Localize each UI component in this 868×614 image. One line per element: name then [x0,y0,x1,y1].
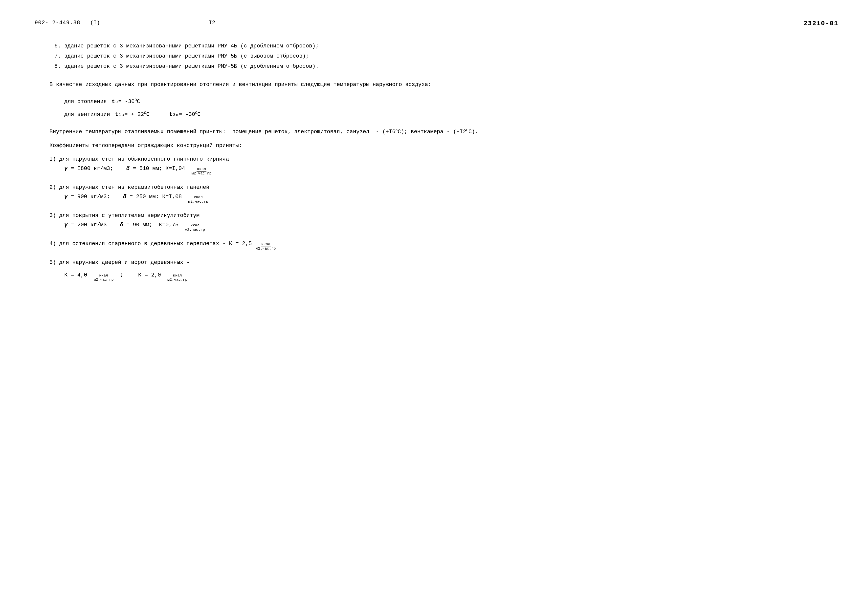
list-item-8: 8. здание решеток с 3 механизированными … [54,62,838,70]
numbered-list: 6. здание решеток с 3 механизированными … [54,42,838,70]
sheet-number: I2 [209,20,215,26]
coeff-formula-2: γ = 900 кг/м3; δ = 250 мм; К=I,08 ккал м… [64,194,838,204]
paragraph-design-data: В качестве исходных данных при проектиро… [35,80,838,89]
paragraph-interior-temps: Внутренние температуры отапливаемых поме… [35,127,838,136]
header-left: 902- 2-449.88 (I) I2 [35,20,215,26]
doc-number: 902- 2-449.88 [35,20,80,26]
doc-code: 23210-01 [803,20,838,27]
header: 902- 2-449.88 (I) I2 23210-01 [35,20,838,27]
coeff-formula-1: γ = I800 кг/м3; δ = 510 мм; К=I,04 ккал … [64,166,838,176]
ventilation-formula: для вентиляции t1в = + 22ОС t3в = -30ОС [64,109,838,120]
coeff-item-1: I) для наружных стен из обыкновенного гл… [50,155,838,176]
doc-roman: (I) [90,20,100,26]
list-item-6: 6. здание решеток с 3 механизированными … [54,42,838,50]
heating-formula: для отопления tо = -30ОС [64,96,838,107]
paragraph-coefficients: Коэффициенты теплопередачи ограждающих к… [35,141,838,150]
page: 902- 2-449.88 (I) I2 23210-01 6. здание … [0,0,868,614]
coeff-formula-3: γ = 200 кг/м3 δ = 90 мм; К=0,75 ккал м2.… [64,222,838,232]
coeff-formula-5: К = 4,0 ккал м2.час.гр ; К = 2,0 ккал м2… [64,272,838,282]
coefficient-section: I) для наружных стен из обыкновенного гл… [50,155,838,282]
coeff-item-4: 4) для остекления спаренного в деревянны… [50,239,838,251]
coeff-item-3: 3) для покрытия с утеплителем вермикулит… [50,211,838,232]
coeff-item-5: 5) для наружных дверей и ворот деревянны… [50,258,838,282]
list-item-7: 7. здание решеток с 3 механизированными … [54,52,838,60]
coeff-item-2: 2) для наружных стен из керамзитобетонны… [50,183,838,204]
content: 6. здание решеток с 3 механизированными … [35,42,838,282]
